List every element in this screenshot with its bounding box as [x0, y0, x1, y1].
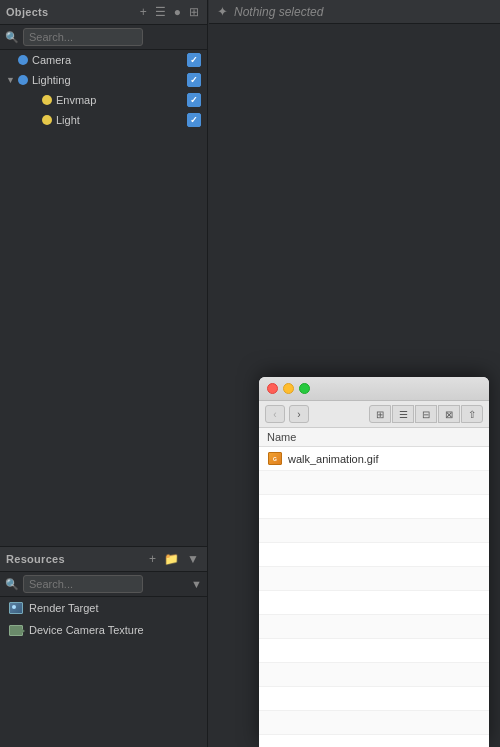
empty-row — [259, 471, 489, 495]
empty-row — [259, 639, 489, 663]
resource-item-render-target[interactable]: Render Target — [0, 597, 207, 619]
add-object-button[interactable]: + — [138, 4, 149, 20]
file-picker-toolbar: ‹ › ⊞ ☰ ⊟ ⊠ ⇧ — [259, 401, 489, 428]
inspector-icon: ✦ — [217, 4, 228, 19]
empty-row — [259, 663, 489, 687]
objects-header-icons: + ☰ ● ⊞ — [138, 4, 201, 20]
inspector-body: ‹ › ⊞ ☰ ⊟ ⊠ ⇧ Name G walk_animati — [209, 24, 500, 747]
light-dot — [42, 115, 52, 125]
envmap-label: Envmap — [56, 94, 187, 106]
resources-list: Render Target Device Camera Texture — [0, 597, 207, 747]
objects-search-input[interactable] — [23, 28, 143, 46]
empty-row — [259, 495, 489, 519]
filter-icon[interactable]: ⊞ — [187, 4, 201, 20]
device-camera-icon — [8, 623, 24, 637]
resource-search-icon: 🔍 — [5, 578, 19, 591]
empty-row — [259, 735, 489, 747]
resources-title: Resources — [6, 553, 65, 565]
forward-button[interactable]: › — [289, 405, 309, 423]
eye-toggle-icon[interactable]: ● — [172, 4, 183, 20]
lighting-dot — [18, 75, 28, 85]
nothing-selected-label: Nothing selected — [234, 5, 323, 19]
resource-item-device-camera[interactable]: Device Camera Texture — [0, 619, 207, 641]
fp-empty-rows — [259, 471, 489, 747]
resource-folder-icon[interactable]: 📁 — [162, 551, 181, 567]
resource-filter-toggle[interactable]: ▼ — [191, 578, 202, 590]
camera-check[interactable] — [187, 53, 201, 67]
column-view-button[interactable]: ⊟ — [415, 405, 437, 423]
share-button[interactable]: ⇧ — [461, 405, 483, 423]
close-button[interactable] — [267, 383, 278, 394]
empty-row — [259, 711, 489, 735]
empty-row — [259, 543, 489, 567]
light-check[interactable] — [187, 113, 201, 127]
camera-dot — [18, 55, 28, 65]
inspector-header: ✦ Nothing selected — [209, 0, 500, 24]
file-picker-titlebar — [259, 377, 489, 401]
walk-animation-filename: walk_animation.gif — [288, 453, 379, 465]
resources-search-input[interactable] — [23, 575, 143, 593]
list-view-button[interactable]: ☰ — [392, 405, 414, 423]
add-resource-button[interactable]: + — [147, 551, 158, 567]
right-panel: ✦ Nothing selected ‹ › ⊞ ☰ ⊟ ⊠ ⇧ — [209, 0, 500, 747]
render-target-label: Render Target — [29, 602, 99, 614]
icon-view-button[interactable]: ⊞ — [369, 405, 391, 423]
tree-item-light[interactable]: Light — [0, 110, 207, 130]
file-picker-window: ‹ › ⊞ ☰ ⊟ ⊠ ⇧ Name G walk_animati — [259, 377, 489, 747]
back-button[interactable]: ‹ — [265, 405, 285, 423]
resources-section: Resources + 📁 ▼ 🔍 ▼ Render Target — [0, 547, 207, 747]
name-column-header: Name — [267, 431, 296, 443]
render-target-icon — [8, 601, 24, 615]
envmap-dot — [42, 95, 52, 105]
empty-row — [259, 591, 489, 615]
resources-search-bar: 🔍 ▼ — [0, 572, 207, 597]
envmap-check[interactable] — [187, 93, 201, 107]
empty-row — [259, 567, 489, 591]
resources-header: Resources + 📁 ▼ — [0, 547, 207, 572]
lighting-expand-arrow: ▼ — [6, 75, 16, 85]
resources-header-icons: + 📁 ▼ — [147, 551, 201, 567]
gif-file-icon: G — [267, 452, 283, 466]
tree-item-envmap[interactable]: Envmap — [0, 90, 207, 110]
minimize-button[interactable] — [283, 383, 294, 394]
objects-search-bar: 🔍 — [0, 25, 207, 50]
camera-label: Camera — [32, 54, 187, 66]
empty-row — [259, 687, 489, 711]
device-camera-label: Device Camera Texture — [29, 624, 144, 636]
file-picker-content-header: Name — [259, 428, 489, 447]
cover-flow-button[interactable]: ⊠ — [438, 405, 460, 423]
lighting-check[interactable] — [187, 73, 201, 87]
empty-row — [259, 519, 489, 543]
file-row-walk-animation[interactable]: G walk_animation.gif — [259, 447, 489, 471]
objects-section: Objects + ☰ ● ⊞ 🔍 Camera ▼ — [0, 0, 207, 547]
left-panel: Objects + ☰ ● ⊞ 🔍 Camera ▼ — [0, 0, 208, 747]
objects-header: Objects + ☰ ● ⊞ — [0, 0, 207, 25]
list-view-icon[interactable]: ☰ — [153, 4, 168, 20]
search-icon: 🔍 — [5, 31, 19, 44]
objects-tree: Camera ▼ Lighting Envmap Light — [0, 50, 207, 546]
tree-item-camera[interactable]: Camera — [0, 50, 207, 70]
empty-row — [259, 615, 489, 639]
file-picker-content: G walk_animation.gif — [259, 447, 489, 747]
maximize-button[interactable] — [299, 383, 310, 394]
objects-title: Objects — [6, 6, 48, 18]
resource-filter-icon[interactable]: ▼ — [185, 551, 201, 567]
lighting-label: Lighting — [32, 74, 187, 86]
light-label: Light — [56, 114, 187, 126]
view-mode-buttons: ⊞ ☰ ⊟ ⊠ ⇧ — [369, 405, 483, 423]
tree-item-lighting[interactable]: ▼ Lighting — [0, 70, 207, 90]
